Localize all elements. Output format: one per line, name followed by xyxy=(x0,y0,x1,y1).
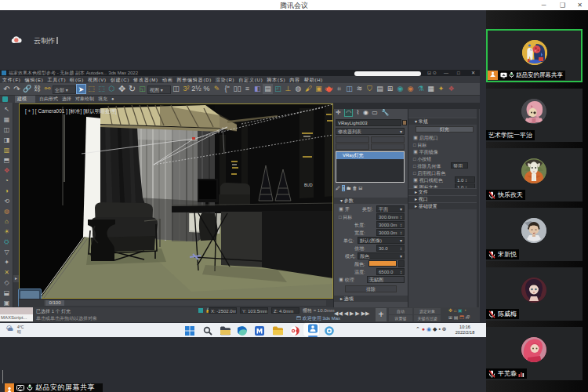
svg-text:BUD: BUD xyxy=(304,183,313,187)
svg-text:[ + ] [ Camera001 ] [标准] [默认明暗: [ + ] [ Camera001 ] [标准] [默认明暗处理] xyxy=(25,108,117,114)
